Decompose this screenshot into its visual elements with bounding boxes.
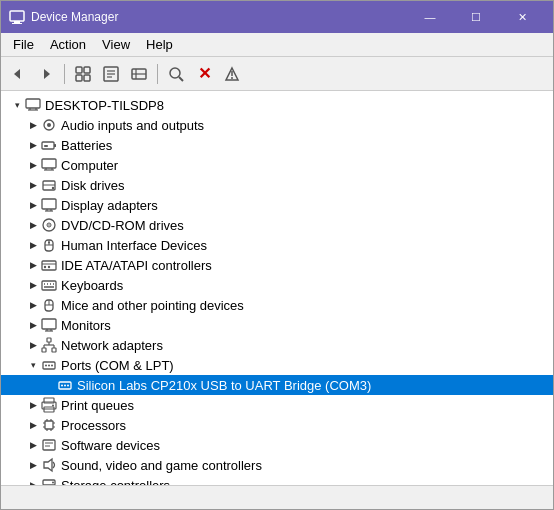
hid-label: Human Interface Devices	[61, 238, 207, 253]
svg-marker-4	[44, 69, 50, 79]
port-device-icon	[57, 377, 73, 393]
forward-button[interactable]	[33, 61, 59, 87]
tree-item-sound[interactable]: ▶ Sound, video and game controllers	[1, 455, 553, 475]
device-tree-container[interactable]: ▾ DESKTOP-TILSDP8 ▶	[1, 91, 553, 485]
svg-rect-1	[14, 21, 20, 23]
toolbar-separator-2	[157, 64, 158, 84]
menu-view[interactable]: View	[94, 35, 138, 54]
software-label: Software devices	[61, 438, 160, 453]
cp210x-chevron	[41, 377, 57, 393]
sound-icon	[41, 457, 57, 473]
audio-chevron: ▶	[25, 117, 41, 133]
monitor-icon	[41, 317, 57, 333]
svg-point-37	[52, 187, 54, 189]
keyboard-icon	[41, 277, 57, 293]
storage-icon	[41, 477, 57, 485]
menu-bar: File Action View Help	[1, 33, 553, 57]
root-chevron: ▾	[9, 97, 25, 113]
mouse-icon	[41, 297, 57, 313]
display-icon	[41, 197, 57, 213]
tree-item-keyboards[interactable]: ▶ Keyboards	[1, 275, 553, 295]
diskdrives-chevron: ▶	[25, 177, 41, 193]
hid-chevron: ▶	[25, 237, 41, 253]
svg-point-78	[61, 385, 63, 387]
tree-item-display[interactable]: ▶ Display adapters	[1, 195, 553, 215]
audio-label: Audio inputs and outputs	[61, 118, 204, 133]
uninstall-button[interactable]: ✕	[191, 61, 217, 87]
back-button[interactable]	[5, 61, 31, 87]
svg-rect-38	[42, 199, 56, 209]
tree-item-ide[interactable]: ▶ IDE ATA/ATAPI controllers	[1, 255, 553, 275]
toolbar-separator-1	[64, 64, 65, 84]
svg-marker-97	[44, 459, 52, 471]
tree-item-audio[interactable]: ▶ Audio inputs and outputs	[1, 115, 553, 135]
disk-icon	[41, 177, 57, 193]
tree-item-ports[interactable]: ▾ Ports (COM & LPT)	[1, 355, 553, 375]
sound-chevron: ▶	[25, 457, 41, 473]
svg-point-76	[51, 365, 53, 367]
tree-item-processors[interactable]: ▶ Processors	[1, 415, 553, 435]
close-button[interactable]: ✕	[499, 1, 545, 33]
svg-rect-8	[84, 75, 90, 81]
dvd-icon	[41, 217, 57, 233]
tree-item-storage[interactable]: ▶ Storage controllers	[1, 475, 553, 485]
tree-item-diskdrives[interactable]: ▶ Disk drives	[1, 175, 553, 195]
svg-rect-49	[42, 261, 56, 270]
printqueues-chevron: ▶	[25, 397, 41, 413]
maximize-button[interactable]: ☐	[453, 1, 499, 33]
tree-root[interactable]: ▾ DESKTOP-TILSDP8	[1, 95, 553, 115]
svg-point-48	[48, 242, 50, 244]
menu-help[interactable]: Help	[138, 35, 181, 54]
svg-point-84	[52, 405, 54, 407]
svg-rect-5	[76, 67, 82, 73]
title-bar: Device Manager — ☐ ✕	[1, 1, 553, 33]
tree-item-cp210x[interactable]: Silicon Labs CP210x USB to UART Bridge (…	[1, 375, 553, 395]
scan-button[interactable]	[163, 61, 189, 87]
dvd-label: DVD/CD-ROM drives	[61, 218, 184, 233]
tree-item-monitors[interactable]: ▶ Monitors	[1, 315, 553, 335]
enable-button[interactable]	[219, 61, 245, 87]
device-tree: ▾ DESKTOP-TILSDP8 ▶	[1, 91, 553, 485]
svg-point-74	[45, 365, 47, 367]
minimize-button[interactable]: —	[407, 1, 453, 33]
menu-action[interactable]: Action	[42, 35, 94, 54]
tree-item-printqueues[interactable]: ▶ Print queues	[1, 395, 553, 415]
properties-button[interactable]	[98, 61, 124, 87]
tree-item-dvd[interactable]: ▶ DVD/CD-ROM drives	[1, 215, 553, 235]
svg-point-52	[48, 266, 50, 268]
computer-node-icon	[41, 157, 57, 173]
battery-icon	[41, 137, 57, 153]
svg-point-80	[67, 385, 69, 387]
display-chevron: ▶	[25, 197, 41, 213]
svg-rect-66	[47, 338, 51, 342]
ide-chevron: ▶	[25, 257, 41, 273]
processor-icon	[41, 417, 57, 433]
svg-rect-0	[10, 11, 24, 21]
update-driver-button[interactable]	[126, 61, 152, 87]
window-title: Device Manager	[31, 10, 407, 24]
tree-item-mice[interactable]: ▶ Mice and other pointing devices	[1, 295, 553, 315]
show-devices-button[interactable]	[70, 61, 96, 87]
monitors-chevron: ▶	[25, 317, 41, 333]
ports-label: Ports (COM & LPT)	[61, 358, 174, 373]
tree-item-software[interactable]: ▶ Software devices	[1, 435, 553, 455]
svg-point-100	[52, 482, 54, 484]
tree-item-computer[interactable]: ▶ Computer	[1, 155, 553, 175]
svg-rect-67	[42, 348, 46, 352]
svg-rect-7	[76, 75, 82, 81]
menu-file[interactable]: File	[5, 35, 42, 54]
display-label: Display adapters	[61, 198, 158, 213]
app-icon	[9, 9, 25, 25]
tree-item-network[interactable]: ▶ Network adapters	[1, 335, 553, 355]
ide-label: IDE ATA/ATAPI controllers	[61, 258, 212, 273]
svg-rect-85	[45, 421, 53, 429]
hid-icon	[41, 237, 57, 253]
ports-icon	[41, 357, 57, 373]
root-label: DESKTOP-TILSDP8	[45, 98, 164, 113]
tree-item-hid[interactable]: ▶ Human Interface Devices	[1, 235, 553, 255]
computer-chevron: ▶	[25, 157, 41, 173]
svg-rect-94	[43, 440, 55, 450]
svg-point-75	[48, 365, 50, 367]
tree-item-batteries[interactable]: ▶ Batteries	[1, 135, 553, 155]
mice-label: Mice and other pointing devices	[61, 298, 244, 313]
